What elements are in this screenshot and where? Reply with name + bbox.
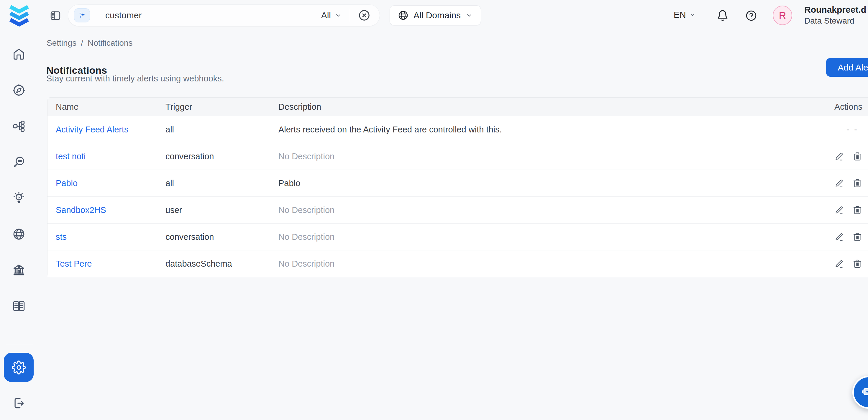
alert-actions (814, 205, 868, 215)
chevron-down-icon (335, 11, 342, 19)
question-circle-icon (745, 9, 757, 22)
trash-icon (852, 151, 862, 161)
sidebar-item-domains[interactable] (12, 227, 26, 241)
logout-icon (12, 396, 25, 410)
pencil-icon (834, 205, 844, 215)
search-scope-dropdown[interactable]: All (321, 10, 342, 20)
bell-icon (716, 9, 729, 22)
alert-name-link[interactable]: Sandbox2HS (48, 205, 165, 215)
x-circle-icon (358, 9, 371, 22)
sidebar-toggle-button[interactable] (49, 9, 62, 22)
compass-icon (12, 84, 26, 97)
breadcrumb-notifications: Notifications (88, 38, 133, 48)
edit-button[interactable] (834, 205, 844, 215)
alert-trigger: all (165, 125, 278, 134)
pencil-icon (834, 178, 844, 188)
search-clear-button[interactable] (358, 9, 371, 22)
notifications-bell-button[interactable] (716, 9, 729, 22)
alert-name-link[interactable]: test noti (48, 152, 165, 161)
alert-description: No Description (278, 152, 814, 161)
flow-network-icon (12, 119, 26, 133)
help-button[interactable] (745, 9, 757, 22)
add-alert-button[interactable]: Add Alert (826, 58, 868, 77)
delete-button[interactable] (852, 178, 862, 188)
table-row: Test Pere databaseSchema No Description (48, 250, 868, 277)
alert-trigger: conversation (165, 152, 278, 161)
alert-name-link[interactable]: sts (48, 232, 165, 242)
delete-button[interactable] (852, 205, 862, 215)
magnifier-eye-icon (12, 155, 26, 169)
breadcrumb-settings[interactable]: Settings (46, 38, 76, 48)
alert-actions (814, 178, 868, 188)
user-name: Rounakpreet.d (804, 4, 866, 16)
delete-button[interactable] (852, 232, 862, 242)
language-dropdown[interactable]: EN (674, 10, 696, 20)
global-search-bar: All (68, 4, 380, 26)
chevron-down-icon (689, 11, 696, 18)
sidebar-item-logout[interactable] (12, 396, 25, 410)
alert-name-link[interactable]: Pablo (48, 178, 165, 188)
sidebar-item-govern[interactable] (12, 263, 26, 277)
column-header-name: Name (48, 102, 165, 112)
column-header-description: Description (278, 102, 814, 112)
alert-actions (814, 232, 868, 242)
app-window: All All Domains (0, 0, 868, 420)
alert-description: No Description (278, 232, 814, 242)
column-header-trigger: Trigger (165, 102, 278, 112)
user-menu[interactable]: Rounakpreet.d Data Steward (804, 4, 866, 26)
bank-icon (12, 263, 26, 277)
sidebar-item-observability[interactable] (12, 155, 26, 169)
robot-icon (859, 383, 868, 402)
alert-description: Pablo (278, 178, 814, 188)
no-actions-placeholder: - - (846, 124, 858, 134)
sidebar (0, 0, 38, 420)
table-row: Activity Feed Alerts all Alerts received… (48, 116, 868, 143)
avatar-initial: R (779, 10, 786, 21)
sidebar-item-glossary[interactable] (12, 299, 26, 313)
chat-assistant-button[interactable] (852, 376, 868, 409)
trash-icon (852, 232, 862, 242)
trash-icon (852, 178, 862, 188)
edit-button[interactable] (834, 232, 844, 242)
gear-icon (12, 360, 26, 374)
trash-icon (852, 205, 862, 215)
alert-description: Alerts received on the Activity Feed are… (278, 125, 814, 134)
all-domains-button[interactable]: All Domains (390, 5, 481, 25)
edit-button[interactable] (834, 259, 844, 269)
sidebar-item-settings-active[interactable] (4, 353, 34, 382)
alert-name-link[interactable]: Activity Feed Alerts (48, 125, 165, 134)
alert-trigger: databaseSchema (165, 259, 278, 269)
sidebar-item-lineage[interactable] (12, 119, 26, 133)
globe-icon (12, 228, 26, 241)
search-divider (350, 9, 350, 22)
sparkles-icon (77, 10, 87, 20)
page-subtitle: Stay current with timely alerts using we… (46, 74, 224, 84)
sidebar-divider (6, 344, 33, 344)
edit-button[interactable] (834, 151, 844, 161)
sidebar-item-explore[interactable] (12, 83, 26, 97)
open-book-icon (12, 299, 26, 313)
panel-toggle-icon (49, 9, 62, 22)
edit-button[interactable] (834, 178, 844, 188)
sidebar-item-home[interactable] (12, 47, 26, 61)
sidebar-nav (0, 47, 38, 313)
pencil-icon (834, 259, 844, 269)
ai-search-button[interactable] (74, 8, 90, 22)
alert-name-link[interactable]: Test Pere (48, 259, 165, 269)
user-avatar[interactable]: R (773, 6, 792, 25)
chevron-down-icon (465, 11, 473, 19)
alert-description: No Description (278, 205, 814, 215)
delete-button[interactable] (852, 259, 862, 269)
alert-actions: - - (814, 124, 868, 134)
app-logo[interactable] (8, 3, 30, 27)
language-label: EN (674, 10, 686, 20)
delete-button[interactable] (852, 151, 862, 161)
user-role: Data Steward (804, 16, 866, 26)
lightbulb-icon (12, 191, 26, 205)
sidebar-item-insights[interactable] (12, 191, 26, 205)
breadcrumb-separator: / (81, 38, 83, 48)
home-icon (12, 48, 26, 61)
alert-actions (814, 151, 868, 161)
pencil-icon (834, 151, 844, 161)
search-input[interactable] (105, 10, 321, 21)
